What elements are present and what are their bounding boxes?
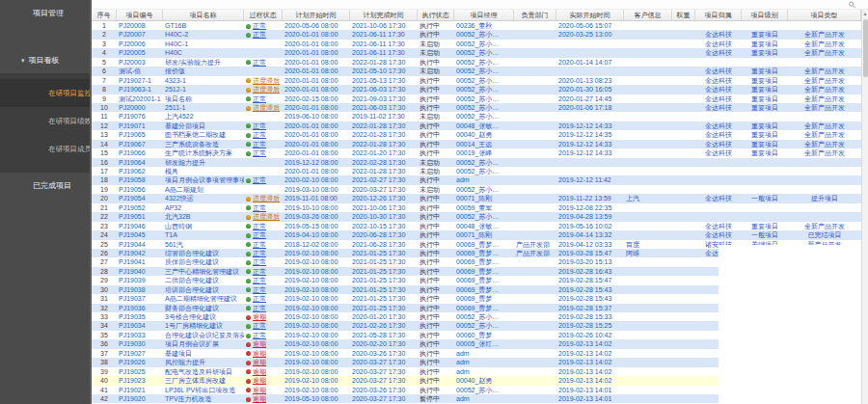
cell-manager[interactable]: 00052_苏小… [454,30,514,39]
cell-dept[interactable] [514,339,556,348]
cell-pstatus[interactable]: 正常 [244,321,283,330]
cell-dept[interactable] [514,40,556,48]
cell-level[interactable] [742,167,788,175]
cell-name[interactable]: A晶二期规划 [163,185,244,194]
cell-pstatus[interactable]: 逾期 [244,394,283,403]
cell-pstatus[interactable]: 正常 [244,203,283,212]
cell-name[interactable]: 项目月例会议事项管理事项… [163,175,244,184]
cell-customer[interactable] [624,358,672,366]
cell-type[interactable] [788,212,861,221]
cell-dept[interactable] [514,394,556,403]
cell-pstatus[interactable]: 正常 [244,121,283,130]
cell-belong[interactable] [695,112,742,121]
cell-name[interactable]: LP36L PV转出口项改造 [163,386,244,394]
cell-level[interactable]: 重要项目 [742,30,788,39]
cell-pstatus[interactable]: 正常 [244,230,283,239]
cell-type[interactable] [788,21,861,30]
cell-level[interactable]: 一般项目 [742,230,788,239]
cell-code[interactable]: PJ20003 [117,58,163,67]
cell-customer[interactable] [624,321,672,330]
cell-manager[interactable]: 00069_曹梦… [454,304,514,312]
cell-pstatus[interactable] [244,40,283,48]
sidebar-item-active-project-performance-monitor[interactable]: 在研项目绩效监控 [0,107,92,135]
cell-customer[interactable] [624,267,672,276]
cell-customer[interactable] [624,40,672,48]
cell-level[interactable]: 重要项目 [742,140,788,148]
cell-pstatus[interactable] [244,185,283,194]
column-header-type[interactable]: 项目类型 [788,10,861,20]
cell-name[interactable]: 3号楼合理化建议 [163,312,244,321]
cell-code[interactable]: PJ19035 [117,312,163,321]
cell-code[interactable]: PJ19076 [117,112,163,121]
table-row[interactable]: 10PJ200002511-1进度滞后2020-01-01 08:002021-… [92,103,868,112]
cell-name[interactable]: GT16B [163,21,244,30]
cell-belong[interactable]: 金达科技 [695,121,742,130]
table-row[interactable]: 14PJ19067三产系统设备改造正常2020-01-01 08:002022-… [92,140,868,148]
column-header-belong[interactable]: 项目归属 [695,10,742,20]
cell-name[interactable]: H40C [163,48,244,57]
cell-dept[interactable] [514,386,556,394]
cell-manager[interactable]: adm [454,367,514,376]
cell-manager[interactable]: 00052_苏小… [454,158,514,167]
cell-type[interactable] [788,203,861,212]
table-row[interactable]: 11PJ19076上汽45222019-06-10 08:002019-11-0… [92,112,868,121]
cell-pstatus[interactable] [244,167,283,175]
cell-code[interactable]: PJ19044 [117,240,163,249]
cell-customer[interactable] [624,48,672,57]
cell-manager[interactable]: 00071_陈刚 [454,194,514,202]
sidebar-item-active-project-monitor[interactable]: 在研项目监控 [0,79,92,107]
table-row[interactable]: 22PJ19051北汽32B进度滞后2019-03-26 08:002020-1… [92,212,868,221]
table-row[interactable]: 9测试202001-1项目名称正常2020-02-15 08:002021-09… [92,94,868,103]
cell-belong[interactable]: 金达科技 [695,230,742,239]
cell-level[interactable] [742,175,788,184]
cell-customer[interactable] [624,85,672,94]
cell-pstatus[interactable] [244,48,283,57]
cell-pstatus[interactable]: 逾期 [244,339,283,348]
cell-dept[interactable] [514,175,556,184]
cell-manager[interactable]: 00048_张敏… [454,222,514,230]
cell-dept[interactable] [514,30,556,39]
sidebar-item-active-project-member-task-monitor[interactable]: 在研项目成员任务监控 [0,135,92,163]
cell-manager[interactable]: 00052_苏小… [454,58,514,67]
column-header-planEnd[interactable]: 计划完成时间 [350,10,418,20]
cell-dept[interactable] [514,130,556,139]
cell-belong[interactable] [695,167,742,175]
cell-name[interactable]: H40C-2 [163,30,244,39]
cell-manager[interactable]: 00019_张峰 [454,148,514,157]
cell-type[interactable]: 全新产品开发 [788,67,861,75]
cell-pstatus[interactable]: 正常 [244,267,283,276]
cell-level[interactable]: 重要项目 [742,222,788,230]
cell-pstatus[interactable]: 正常 [244,21,283,30]
cell-pstatus[interactable]: 逾期 [244,312,283,321]
cell-name[interactable]: 质保部合理化建议 [163,257,244,266]
cell-code[interactable]: PJ19058 [117,175,163,184]
cell-level[interactable]: 重要项目 [742,121,788,130]
cell-code[interactable]: PJ19064 [117,158,163,167]
cell-dept[interactable] [514,148,556,157]
column-header-actualStart[interactable]: 实际开始时间 [556,10,624,20]
cell-name[interactable]: 项目名称 [163,94,244,103]
cell-pstatus[interactable] [244,67,283,75]
cell-name[interactable]: 报价版 [163,67,244,75]
cell-code[interactable]: PJ19039 [117,276,163,284]
cell-manager[interactable]: 00052_苏小… [454,112,514,121]
cell-manager[interactable]: 00052_苏小… [454,321,514,330]
cell-belong[interactable]: 金达科技 [695,67,742,75]
cell-type[interactable]: 全新产品开发 [788,30,861,39]
cell-pstatus[interactable]: 正常 [244,240,283,249]
cell-code[interactable]: PJ19040 [117,267,163,276]
cell-type[interactable]: 全新产品开发 [788,76,861,85]
cell-customer[interactable] [624,212,672,221]
cell-dept[interactable] [514,367,556,376]
cell-belong[interactable]: 金达科技 [695,148,742,157]
cell-customer[interactable] [624,376,672,385]
cell-pstatus[interactable]: 进度滞后 [244,194,283,202]
cell-code[interactable]: PJ19026 [117,358,163,366]
cell-name[interactable]: 研发能力提升 [163,158,244,167]
cell-dept[interactable] [514,112,556,121]
cell-type[interactable] [788,185,861,194]
cell-customer[interactable] [624,185,672,194]
cell-level[interactable]: 重要项目 [742,130,788,139]
cell-pstatus[interactable]: 正常 [244,148,283,157]
cell-level[interactable] [742,212,788,221]
